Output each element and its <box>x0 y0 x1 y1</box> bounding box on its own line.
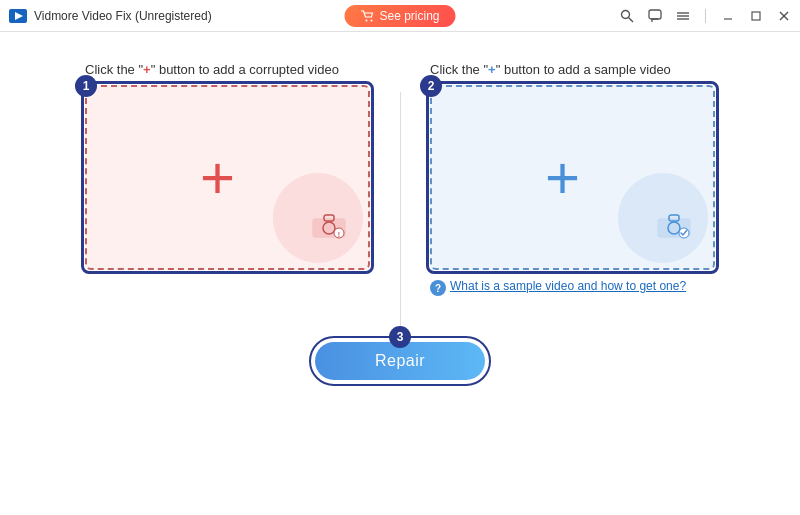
title-bar: Vidmore Video Fix (Unregistered) See pri… <box>0 0 800 32</box>
svg-rect-6 <box>649 10 661 19</box>
corrupted-video-dropzone[interactable]: + ! <box>85 85 370 270</box>
cart-icon <box>360 10 374 22</box>
sample-video-panel: Click the "+" button to add a sample vid… <box>430 62 715 296</box>
sample-help-link[interactable]: What is a sample video and how to get on… <box>450 278 686 295</box>
app-logo: Vidmore Video Fix (Unregistered) <box>8 6 212 26</box>
search-icon[interactable] <box>619 8 635 24</box>
corrupted-video-panel: Click the "+" button to add a corrupted … <box>85 62 370 296</box>
pricing-button[interactable]: See pricing <box>344 5 455 27</box>
sample-help-section: ? What is a sample video and how to get … <box>430 278 686 296</box>
sample-panel-container: 2 + <box>430 85 715 270</box>
svg-line-5 <box>629 17 634 22</box>
app-logo-icon <box>8 6 28 26</box>
pricing-label: See pricing <box>379 9 439 23</box>
svg-point-4 <box>622 10 630 18</box>
corrupted-panel-label: Click the "+" button to add a corrupted … <box>85 62 339 77</box>
svg-rect-11 <box>752 12 760 20</box>
main-content: Click the "+" button to add a corrupted … <box>0 32 800 515</box>
menu-icon[interactable] <box>675 8 691 24</box>
svg-point-2 <box>365 19 367 21</box>
sample-camera-icon <box>657 213 691 246</box>
minimize-button[interactable] <box>720 8 736 24</box>
app-title: Vidmore Video Fix (Unregistered) <box>34 9 212 23</box>
close-button[interactable] <box>776 8 792 24</box>
titlebar-controls <box>619 8 792 24</box>
step-badge-3: 3 <box>389 326 411 348</box>
corrupted-camera-icon: ! <box>312 213 346 246</box>
svg-text:!: ! <box>338 231 340 238</box>
corrupted-panel-container: 1 + ! <box>85 85 370 270</box>
svg-point-3 <box>370 19 372 21</box>
help-question-icon: ? <box>430 280 446 296</box>
add-sample-icon: + <box>545 148 580 208</box>
sample-panel-label: Click the "+" button to add a sample vid… <box>430 62 671 77</box>
step-badge-2: 2 <box>420 75 442 97</box>
repair-area: 3 Repair <box>309 336 491 386</box>
chat-icon[interactable] <box>647 8 663 24</box>
maximize-button[interactable] <box>748 8 764 24</box>
add-corrupted-icon: + <box>200 148 235 208</box>
sample-video-dropzone[interactable]: + <box>430 85 715 270</box>
step-badge-1: 1 <box>75 75 97 97</box>
